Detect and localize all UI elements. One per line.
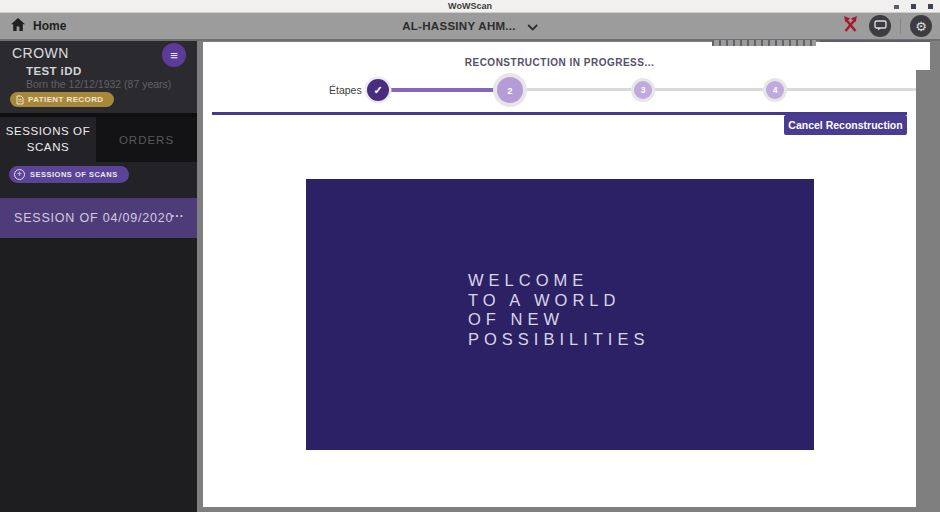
banner-line: WELCOME xyxy=(468,271,649,291)
patient-selector-label: AL-HASSINY AHM... xyxy=(402,20,516,32)
tooltip-fragment-strip xyxy=(712,40,816,46)
close-button[interactable] xyxy=(928,4,933,9)
home-button[interactable]: Home xyxy=(10,13,66,39)
tooltip-fragment-box xyxy=(820,40,930,70)
home-icon xyxy=(10,17,26,36)
window-controls xyxy=(894,4,933,9)
banner-line: POSSIBILITIES xyxy=(468,330,649,350)
sidebar-actions: + SESSIONS OF SCANS xyxy=(0,162,197,199)
maximize-button[interactable] xyxy=(911,4,916,9)
banner-line: TO A WORLD xyxy=(468,291,649,311)
welcome-banner: WELCOME TO A WORLD OF NEW POSSIBILITIES xyxy=(306,179,814,450)
minimize-button[interactable] xyxy=(894,5,899,9)
hamburger-icon: ≡ xyxy=(170,48,178,63)
stepper-track-complete xyxy=(378,88,510,92)
chat-button[interactable] xyxy=(869,15,891,37)
session-menu-button[interactable]: ... xyxy=(171,206,184,220)
page-title: RECONSTRUCTION IN PROGRESS... xyxy=(203,57,916,68)
tab-orders[interactable]: ORDERS xyxy=(96,117,197,162)
add-session-button[interactable]: + SESSIONS OF SCANS xyxy=(9,166,129,183)
session-label: SESSION OF 04/09/2020 xyxy=(14,211,173,225)
header-divider xyxy=(900,18,901,34)
add-session-label: SESSIONS OF SCANS xyxy=(30,170,118,179)
settings-button[interactable]: ⚙ xyxy=(910,15,932,37)
gear-icon: ⚙ xyxy=(915,20,927,33)
check-icon: ✓ xyxy=(373,84,382,97)
wow-logo-icon xyxy=(841,15,860,38)
sidebar: CROWN ≡ TEST iDD Born the 12/12/1932 (87… xyxy=(0,41,197,512)
stepper-track-remaining xyxy=(510,88,916,91)
case-menu-button[interactable]: ≡ xyxy=(162,43,186,67)
app-header: Home AL-HASSINY AHM... xyxy=(0,13,940,41)
step-3: 3 xyxy=(634,81,652,99)
case-title: CROWN xyxy=(12,45,69,61)
step-2-current: 2 xyxy=(497,77,523,103)
session-list-item[interactable]: SESSION OF 04/09/2020 ... xyxy=(0,198,197,238)
patient-record-badge[interactable]: PATIENT RECORD xyxy=(10,92,114,107)
step-4: 4 xyxy=(766,81,784,99)
chevron-down-icon xyxy=(527,17,538,35)
window-titlebar: WoWScan xyxy=(0,0,940,13)
banner-line: OF NEW xyxy=(468,310,649,330)
tab-sessions-of-scans[interactable]: SESSIONS OF SCANS xyxy=(0,117,96,162)
home-label: Home xyxy=(33,19,66,33)
steps-label: Étapes xyxy=(329,84,362,96)
patient-birthdate: Born the 12/12/1932 (87 years) xyxy=(26,78,171,90)
sidebar-tabs: SESSIONS OF SCANS ORDERS xyxy=(0,117,197,162)
welcome-banner-text: WELCOME TO A WORLD OF NEW POSSIBILITIES xyxy=(468,271,649,349)
patient-name: TEST iDD xyxy=(26,65,82,77)
document-icon xyxy=(16,91,24,109)
plus-icon: + xyxy=(14,169,25,180)
patient-record-label: PATIENT RECORD xyxy=(28,95,104,104)
step-1-done: ✓ xyxy=(367,79,389,101)
header-actions: ⚙ xyxy=(841,13,932,39)
window-title: WoWScan xyxy=(448,1,492,11)
patient-card: CROWN ≡ TEST iDD Born the 12/12/1932 (87… xyxy=(0,41,197,113)
patient-selector-dropdown[interactable]: AL-HASSINY AHM... xyxy=(402,13,538,39)
main-panel: RECONSTRUCTION IN PROGRESS... Étapes ✓ 2… xyxy=(203,42,916,507)
cancel-reconstruction-button[interactable]: Cancel Reconstruction xyxy=(784,115,907,135)
chat-icon xyxy=(874,17,887,35)
